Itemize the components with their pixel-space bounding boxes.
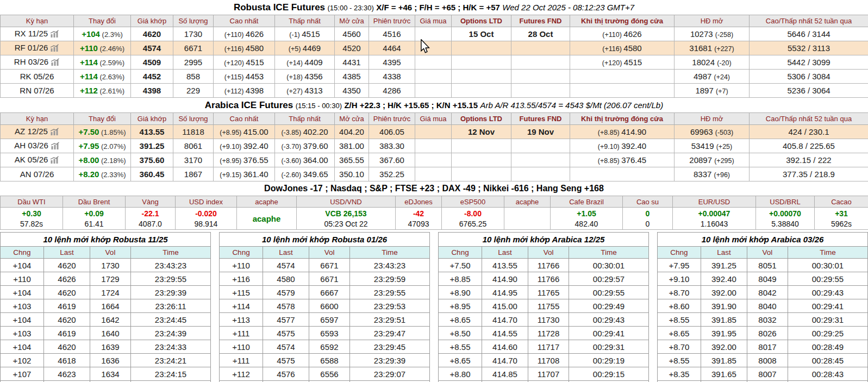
time-cell: 00:29:49	[569, 299, 649, 313]
index-value: 482.40	[552, 219, 621, 229]
order-column-header: Vol	[309, 247, 350, 259]
low-cell: (+5) 4469	[275, 41, 335, 55]
high-cell: (+115) 4453	[214, 70, 275, 84]
order-row: +8.85414.901176600:29:57	[439, 272, 649, 286]
prev-session-cell: 4338	[369, 70, 415, 84]
low-cell: (+14) 4409	[275, 55, 335, 70]
bid-cell	[415, 41, 452, 55]
change-value: +110	[80, 43, 98, 53]
order-row: +8.90414.951176500:29:55	[439, 286, 649, 299]
vol-cell: 8051	[747, 259, 788, 272]
close-cell	[570, 84, 675, 98]
chart-icon[interactable]	[51, 58, 60, 67]
contract-row: RH 03/26+114 (2.59%)45092995(+120) 4515(…	[1, 55, 868, 70]
order-table-title-row: 10 lệnh mới khớp Robusta 01/26	[220, 233, 430, 247]
chng-cell: +8.55	[439, 340, 482, 354]
volume-cell: 6671	[173, 41, 214, 55]
column-header: Cao/Thấp nhất 52 tuần qua	[750, 113, 868, 125]
time-cell: 00:28:49	[788, 340, 867, 354]
vol-cell: 6592	[309, 340, 350, 354]
order-column-header: Chng	[657, 247, 701, 259]
column-header: Giá khớp	[131, 15, 173, 27]
change-percent: (2.59%)	[98, 59, 124, 67]
order-row: +1074623163423:24:15	[1, 367, 211, 381]
chart-icon[interactable]	[51, 142, 60, 151]
change-cell: +114 (2.63%)	[74, 70, 131, 84]
index-change: VCB 26,153	[298, 209, 394, 219]
change-value: +114	[80, 58, 98, 67]
close-cell-delta: (+8.85)	[598, 157, 621, 165]
close-cell-delta: (+9.10)	[598, 143, 621, 151]
column-header: Giá khớp	[131, 113, 173, 125]
contract-row: RF 01/26+110 (2.46%)45746671(+116) 4580(…	[1, 41, 868, 55]
column-header: Khi thị trường đóng cửa	[570, 15, 675, 27]
vol-cell: 1639	[90, 340, 131, 354]
open-interest-cell-value: 1897	[695, 86, 716, 95]
column-header: Số lượng	[173, 113, 214, 125]
order-header-row: ChngLastVolTime	[657, 247, 867, 259]
change-percent: (2.46%)	[98, 45, 124, 53]
open-cell: 365.55	[335, 153, 369, 167]
high-cell-delta: (+110)	[224, 31, 246, 39]
vol-cell: 11766	[528, 272, 569, 286]
open-cell: 4520	[335, 41, 369, 55]
order-row: +9.10392.40804900:29:55	[657, 272, 867, 286]
time-cell: 00:29:41	[569, 327, 649, 340]
contract-label: AZ 12/25	[15, 127, 48, 136]
prev-session-cell: 406.05	[369, 125, 415, 139]
high-cell: (+8.95) 415.00	[214, 125, 275, 139]
chart-icon[interactable]	[50, 156, 59, 165]
chart-icon[interactable]	[50, 128, 59, 137]
chart-icon[interactable]	[50, 44, 59, 53]
time-cell: 23:29:45	[350, 340, 430, 354]
low-cell-value: 349.65	[303, 170, 328, 179]
contract-row: RK 05/26+114 (2.63%)4452858(+115) 4453(+…	[1, 70, 868, 84]
order-column-header: Time	[569, 247, 649, 259]
high-cell-value: 361.40	[243, 170, 268, 179]
time-cell: 23:29:55	[350, 286, 430, 299]
open-interest-cell-delta: (+24)	[714, 73, 730, 81]
low-cell-delta: (-1)	[289, 31, 302, 39]
order-row: +1124576655623:29:07	[220, 367, 430, 381]
bid-cell	[415, 27, 452, 41]
open-cell: 381.00	[335, 139, 369, 153]
header-row: Kỳ hạnThay đổiGiá khớpSố lượngCao nhấtTh…	[1, 15, 868, 27]
index-column-header: acaphe	[504, 196, 551, 208]
order-row: +7.95391.25805100:30:01	[657, 259, 867, 272]
high-cell-delta: (+9.10)	[220, 143, 243, 151]
order-header-row: ChngLastVolTime	[1, 247, 211, 259]
time-cell: 23:29:53	[350, 299, 430, 313]
order-row: +8.50414.551172800:29:41	[439, 327, 649, 340]
open-interest-cell-delta: (+295)	[714, 157, 734, 165]
change-percent: (2.18%)	[99, 156, 126, 165]
low-cell: (-3.60) 364.00	[275, 153, 335, 167]
low-cell-delta: (-2.60)	[281, 171, 303, 179]
index-change: +1.05	[552, 209, 621, 219]
prev-session-cell: 4286	[369, 84, 415, 98]
volume-cell: 229	[173, 84, 214, 98]
high-cell-value: 392.40	[243, 141, 268, 151]
order-row: +8.35391.65800700:28:43	[657, 367, 867, 381]
order-column-header: Chng	[1, 247, 44, 259]
chart-icon[interactable]	[50, 30, 59, 39]
vol-cell: 8026	[747, 327, 788, 340]
low-cell: (+27) 4313	[275, 84, 335, 98]
last-cell: 391.85	[701, 313, 747, 327]
open-cell: 404.20	[335, 125, 369, 139]
week52-range-cell: 5236 / 3064	[750, 84, 868, 98]
low-cell: (-1) 4515	[275, 27, 335, 41]
last-price-cell: 375.60	[131, 153, 173, 167]
high-cell-value: 415.00	[243, 127, 268, 136]
options-ltd-cell: 12 Nov	[452, 125, 511, 139]
column-header: Kỳ hạn	[1, 15, 74, 27]
column-header: Mở cửa	[335, 15, 369, 27]
chng-cell: +104	[1, 286, 44, 299]
order-row: +8.55391.85800800:28:45	[657, 354, 867, 367]
column-header: Futures FND	[511, 15, 570, 27]
high-cell: (+120) 4515	[214, 55, 275, 70]
change-cell: +7.50 (1.85%)	[74, 125, 131, 139]
index-value: 61.41	[64, 219, 124, 229]
vol-cell: 6600	[309, 299, 350, 313]
contract-row: AH 03/26+7.95 (2.07%)391.258061(+9.10) 3…	[1, 139, 868, 153]
open-interest-cell: 18024 (-20)	[675, 55, 750, 70]
